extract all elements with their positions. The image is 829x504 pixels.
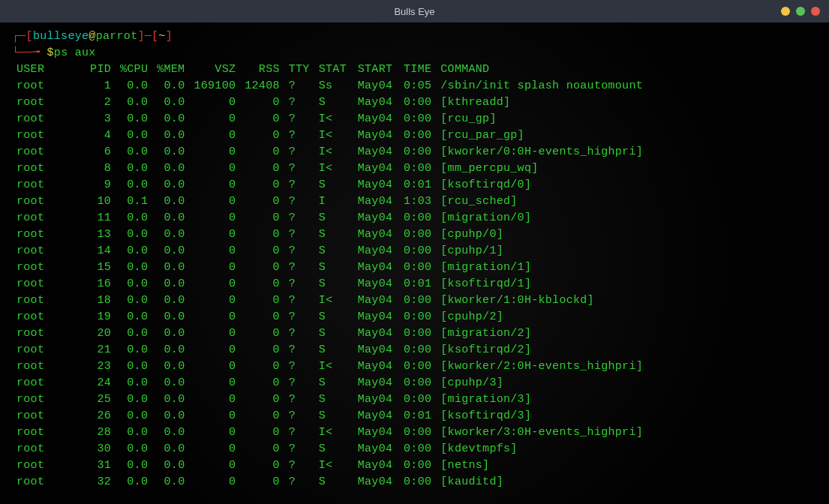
cell-vsz: 0 [189,441,240,458]
cell-start: May04 [353,408,398,424]
cell-time: 0:00 [397,111,436,128]
col-command: COMMAND [436,62,661,78]
cell-cpu: 0.0 [116,375,152,392]
col-vsz: VSZ [189,62,240,78]
table-row: root320.00.000?SMay040:00[kauditd] [12,474,661,490]
cell-mem: 0.0 [152,474,189,490]
cell-stat: Ss [314,78,353,94]
cell-cpu: 0.0 [116,326,152,342]
cell-cmd: [ksoftirqd/1] [436,276,661,292]
cell-time: 0:00 [397,458,436,474]
cell-time: 0:00 [397,342,436,358]
cell-pid: 32 [80,474,116,490]
cell-start: May04 [353,111,398,128]
cell-start: May04 [353,144,398,160]
cell-time: 0:00 [397,375,436,392]
cell-start: May04 [353,474,398,490]
cell-rss: 0 [240,177,284,194]
cell-user: root [12,375,80,392]
cell-vsz: 0 [189,424,240,441]
prompt-cwd: ~ [158,30,165,43]
window-title: Bulls Eye [394,6,434,17]
cell-user: root [12,392,80,408]
cell-cpu: 0.0 [116,474,152,490]
cell-mem: 0.0 [152,309,189,326]
cell-start: May04 [353,276,398,292]
cell-tty: ? [284,144,314,160]
cell-tty: ? [284,408,314,424]
cell-tty: ? [284,243,314,260]
prompt-command: ps aux [54,46,96,59]
cell-mem: 0.0 [152,392,189,408]
minimize-button[interactable] [781,7,790,16]
col-mem: %MEM [152,62,189,78]
prompt-at: @ [89,30,95,43]
table-row: root260.00.000?SMay040:01[ksoftirqd/3] [12,408,661,424]
cell-user: root [12,78,80,94]
cell-cmd: [kworker/3:0H-events_highpri] [436,424,661,441]
cell-mem: 0.0 [152,260,189,276]
cell-cpu: 0.0 [116,226,152,243]
table-row: root40.00.000?I<May040:00[rcu_par_gp] [12,128,661,144]
table-row: root280.00.000?I<May040:00[kworker/3:0H-… [12,424,661,441]
table-row: root60.00.000?I<May040:00[kworker/0:0H-e… [12,144,661,160]
cell-cmd: [ksoftirqd/3] [436,408,661,424]
terminal[interactable]: ┌─[bullseye@parrot]─[~] └──╼ $ps aux USE… [0,22,829,504]
cell-start: May04 [353,358,398,375]
cell-time: 0:00 [397,128,436,144]
maximize-button[interactable] [796,7,805,16]
cell-mem: 0.0 [152,276,189,292]
cell-pid: 1 [80,78,116,94]
cell-cpu: 0.0 [116,309,152,326]
cell-start: May04 [353,78,398,94]
cell-mem: 0.0 [152,194,189,210]
cell-tty: ? [284,342,314,358]
cell-vsz: 0 [189,160,240,177]
cell-rss: 0 [240,226,284,243]
window-controls [781,7,820,16]
cell-user: root [12,111,80,128]
cell-stat: S [314,326,353,342]
cell-cpu: 0.0 [116,260,152,276]
cell-vsz: 0 [189,177,240,194]
cell-vsz: 0 [189,375,240,392]
cell-mem: 0.0 [152,441,189,458]
cell-pid: 9 [80,177,116,194]
cell-pid: 10 [80,194,116,210]
cell-stat: I< [314,144,353,160]
cell-tty: ? [284,226,314,243]
cell-start: May04 [353,375,398,392]
cell-cmd: [mm_percpu_wq] [436,160,661,177]
cell-time: 0:01 [397,276,436,292]
cell-cpu: 0.0 [116,458,152,474]
cell-user: root [12,276,80,292]
prompt-host: parrot [96,30,138,43]
cell-mem: 0.0 [152,408,189,424]
cell-mem: 0.0 [152,144,189,160]
cell-cmd: [kworker/1:0H-kblockd] [436,292,661,309]
cell-mem: 0.0 [152,160,189,177]
cell-user: root [12,194,80,210]
cell-pid: 18 [80,292,116,309]
cell-time: 0:00 [397,424,436,441]
cell-user: root [12,243,80,260]
cell-cpu: 0.1 [116,194,152,210]
cell-vsz: 0 [189,342,240,358]
cell-mem: 0.0 [152,226,189,243]
cell-vsz: 0 [189,358,240,375]
col-stat: STAT [314,62,353,78]
cell-pid: 2 [80,94,116,111]
col-time: TIME [397,62,436,78]
cell-user: root [12,292,80,309]
cell-mem: 0.0 [152,243,189,260]
cell-stat: S [314,392,353,408]
cell-stat: I< [314,128,353,144]
cell-cmd: [cpuhp/3] [436,375,661,392]
cell-time: 0:00 [397,358,436,375]
cell-cmd: [ksoftirqd/2] [436,342,661,358]
cell-pid: 4 [80,128,116,144]
cell-cmd: [kworker/2:0H-events_highpri] [436,358,661,375]
cell-mem: 0.0 [152,375,189,392]
cell-pid: 16 [80,276,116,292]
close-button[interactable] [811,7,820,16]
